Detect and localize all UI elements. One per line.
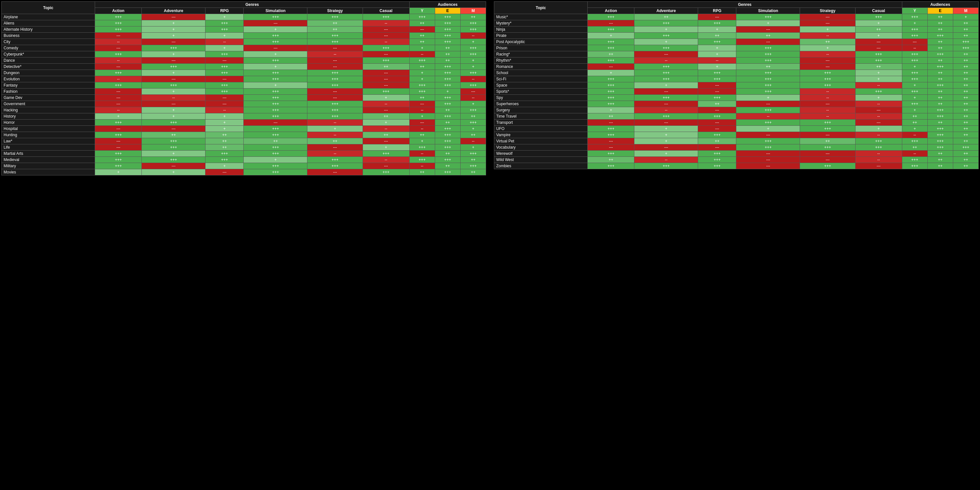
action-cell: +++ [588, 82, 635, 89]
aud-y-cell: -- [409, 107, 435, 113]
aud-y-cell: +++ [902, 70, 928, 76]
aud-m-cell: +++ [460, 70, 486, 76]
aud-e-cell: +++ [928, 145, 953, 151]
aud-y-cell: + [409, 70, 435, 76]
strategy-cell: +++ [307, 113, 363, 119]
rpg-cell: --- [205, 57, 244, 64]
aud-y-cell: +++ [902, 76, 928, 82]
table-row: Law*---+++++++++---++++-- [2, 138, 486, 145]
aud-y-cell: + [409, 113, 435, 119]
aud-e-cell: +++ [928, 132, 953, 138]
action-cell: ++ [588, 157, 635, 163]
rpg-cell: +++ [205, 89, 244, 95]
action-cell: +++ [95, 151, 142, 157]
simulation-cell: + [244, 27, 307, 33]
aud-m-cell: + [460, 126, 486, 132]
table-row: Martial Arts++++++++++--+++--+++++ [2, 151, 486, 157]
strategy-cell: -- [800, 33, 855, 39]
adventure-cell: + [142, 107, 205, 113]
aud-e-cell: ++ [928, 151, 953, 157]
aud-y-cell: +++ [409, 14, 435, 20]
action-cell: --- [95, 95, 142, 101]
aud-e-cell: ++ [928, 39, 953, 45]
strategy-cell: + [800, 45, 855, 51]
rpg-cell: + [205, 126, 244, 132]
action-cell: +++ [95, 27, 142, 33]
strategy-cell: --- [307, 57, 363, 64]
aud-y-cell: +++ [409, 157, 435, 163]
casual-cell: + [855, 33, 902, 39]
aud-e-cell: +++ [435, 33, 460, 39]
casual-cell: +++ [363, 89, 409, 95]
simulation-cell: --- [244, 119, 307, 126]
casual-cell: --- [363, 107, 409, 113]
aud-e-cell: +++ [435, 169, 460, 175]
aud-e-cell: +++ [435, 157, 460, 163]
adventure-cell: --- [142, 76, 205, 82]
aud-m-right: M [953, 8, 978, 14]
table-row: Evolution--------++++++---++++-- [2, 76, 486, 82]
adventure-cell: +++ [635, 113, 698, 119]
rpg-cell: --- [205, 76, 244, 82]
aud-e-cell: ++ [928, 20, 953, 27]
adventure-cell: --- [635, 145, 698, 151]
aud-m-cell: ++ [460, 157, 486, 163]
strategy-cell: +++ [800, 126, 855, 132]
adventure-cell: -- [635, 57, 698, 64]
table-row: Mystery*---+++++++---++++++ [494, 20, 979, 27]
strategy-col-left: Strategy [307, 8, 363, 14]
rpg-cell: +++ [698, 20, 736, 27]
table-row: Time Travel++++++++------+++++++ [494, 113, 979, 119]
aud-m-cell: +++ [460, 20, 486, 27]
table-row: Post Apocalyptic+++++++---++------+++++ [494, 39, 979, 45]
simulation-cell: +++ [244, 132, 307, 138]
strategy-cell: + [800, 27, 855, 33]
aud-e-cell: +++ [435, 39, 460, 45]
aud-e-cell: ++ [928, 89, 953, 95]
aud-y-cell: + [902, 64, 928, 70]
aud-m-cell: +++ [460, 82, 486, 89]
action-col-left: Action [95, 8, 142, 14]
casual-cell: -- [855, 101, 902, 107]
strategy-cell: +++ [800, 76, 855, 82]
table-row: Government---------++++++-----++++ [2, 101, 486, 107]
aud-e-cell: +++ [435, 82, 460, 89]
aud-y-cell: +++ [902, 27, 928, 33]
aud-y-cell: -- [409, 51, 435, 57]
aud-m-cell: ++ [953, 151, 978, 157]
table-row: Game Dev--------+++---++++++-- [2, 95, 486, 101]
table-row: Movies++---+++---++++++++++ [2, 169, 486, 175]
table-row: Spy++++++++++--++++++ [494, 95, 979, 101]
strategy-cell: +++ [800, 70, 855, 76]
strategy-cell: +++ [800, 163, 855, 169]
simulation-cell: +++ [736, 145, 800, 151]
adventure-cell: +++ [142, 64, 205, 70]
aud-e-cell: ++ [928, 57, 953, 64]
aud-e-cell: +++ [928, 138, 953, 145]
rpg-cell: +++ [698, 113, 736, 119]
casual-cell: + [855, 95, 902, 101]
simulation-cell: +++ [736, 119, 800, 126]
simulation-cell: +++ [244, 14, 307, 20]
simulation-cell: + [736, 126, 800, 132]
aud-m-cell: +++ [460, 119, 486, 126]
table-row: Aliens+++++++---++--++++++++ [2, 20, 486, 27]
topic-cell: Aliens [2, 20, 95, 27]
casual-cell: -- [855, 113, 902, 119]
table-row: City-------++++++--++++++ [2, 39, 486, 45]
adventure-cell: + [635, 82, 698, 89]
rpg-cell: ++ [698, 138, 736, 145]
action-cell: --- [588, 145, 635, 151]
table-row: Sports*+++------+++--++++++++++ [494, 89, 979, 95]
aud-m-cell: ++ [953, 64, 978, 70]
topic-cell: Superheroes [494, 101, 588, 107]
strategy-cell: ++ [307, 20, 363, 27]
adventure-cell: + [635, 126, 698, 132]
aud-e-cell: ++ [435, 107, 460, 113]
adventure-cell: + [635, 39, 698, 45]
table-row: Vampire+++++++----------+++++ [494, 132, 979, 138]
table-row: Zombies+++++++++---+++---+++++++ [494, 163, 979, 169]
strategy-cell: --- [800, 64, 855, 70]
simulation-cell: +++ [244, 145, 307, 151]
casual-cell: +++ [855, 138, 902, 145]
